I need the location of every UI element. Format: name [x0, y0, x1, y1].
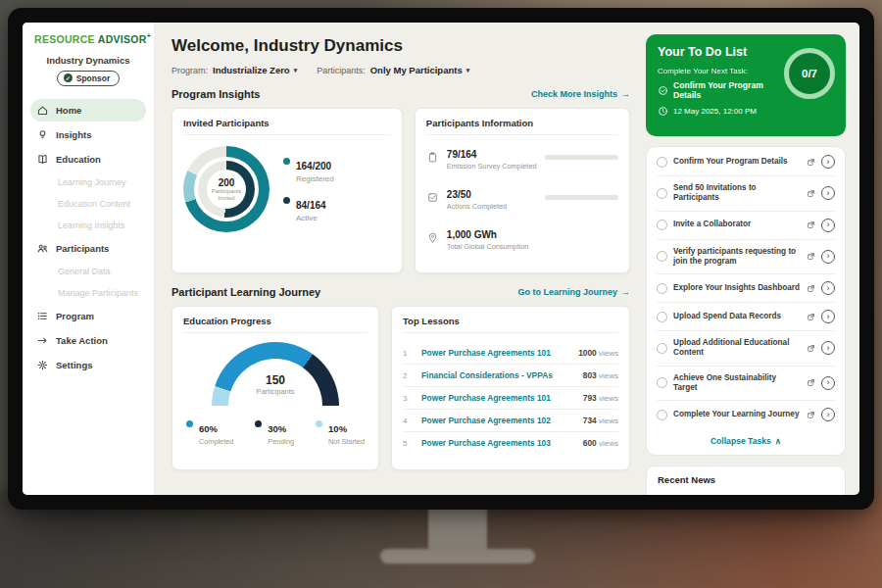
todo-due-label: 12 May 2025, 12:00 PM: [673, 107, 757, 116]
sidebar-item-insights[interactable]: Insights: [30, 123, 146, 146]
card-title: Participants Information: [426, 118, 618, 135]
task-checkbox[interactable]: [657, 283, 667, 294]
logo-secondary: ADVISOR: [98, 33, 147, 45]
sponsor-badge-icon: ✓: [64, 74, 73, 82]
task-checkbox[interactable]: [657, 377, 667, 388]
card-title: Invited Participants: [183, 118, 391, 135]
task-checkbox[interactable]: [657, 410, 667, 420]
sidebar: RESOURCE ADVISOR+ Industry Dynamics ✓ Sp…: [23, 23, 154, 495]
lesson-link[interactable]: Financial Considerations - VPPAs: [421, 370, 577, 380]
legend-label: Completed: [199, 437, 233, 446]
go-to-learning-journey-link[interactable]: Go to Learning Journey →: [517, 287, 630, 297]
task-label: Send 50 Invitations to Participants: [673, 183, 801, 204]
lesson-link[interactable]: Power Purchase Agreements 102: [421, 416, 577, 425]
participants-information-card: Participants Information 79/164 Emission…: [415, 108, 630, 273]
education-progress-card: Education Progress 150 Participants: [172, 306, 379, 470]
lesson-views: 600: [583, 438, 597, 448]
task-open-button[interactable]: ›: [821, 186, 835, 200]
clipboard-icon: [426, 151, 439, 164]
sponsor-badge-label: Sponsor: [76, 74, 110, 83]
participants-filter-select[interactable]: Only My Participants ▾: [370, 65, 470, 75]
sidebar-item-learning-journey[interactable]: Learning Journey: [30, 172, 146, 192]
legend-value: 10%: [328, 423, 347, 434]
gauge-center: 150 Participants: [212, 373, 339, 396]
collapse-tasks-link[interactable]: Collapse Tasks ∧: [657, 428, 835, 454]
task-label: Upload Spend Data Records: [673, 312, 801, 321]
sidebar-item-label: General Data: [58, 267, 111, 276]
task-checkbox[interactable]: [657, 220, 667, 230]
sidebar-item-home[interactable]: Home: [30, 99, 146, 122]
legend-item: 60% Completed: [186, 418, 233, 446]
task-row: Verify participants requesting to join t…: [657, 240, 835, 275]
sidebar-item-label: Manage Participants: [58, 288, 138, 298]
legend-item: 10% Not Started: [316, 418, 365, 446]
collapse-label: Collapse Tasks: [710, 436, 771, 446]
lesson-row: 1 Power Purchase Agreements 101 1000 vie…: [403, 342, 618, 365]
organization-name: Industry Dynamics: [23, 55, 154, 66]
task-open-button[interactable]: ›: [821, 250, 835, 264]
external-link-icon: [807, 189, 815, 198]
task-checkbox[interactable]: [657, 188, 667, 199]
lesson-rank: 2: [403, 371, 416, 380]
task-checkbox[interactable]: [657, 251, 667, 262]
task-checkbox[interactable]: [657, 343, 667, 354]
stat-row: 79/164 Emission Survey Completed: [426, 144, 618, 172]
task-open-button[interactable]: ›: [821, 155, 835, 169]
invited-donut-body: 200 Participants Invited 164/200 Registe…: [183, 144, 391, 236]
sidebar-item-learning-insights[interactable]: Learning Insights: [30, 216, 146, 235]
lesson-row: 4 Power Purchase Agreements 102 734 view…: [403, 410, 618, 432]
sidebar-item-label: Take Action: [56, 335, 108, 346]
task-label: Confirm Your Program Details: [673, 157, 801, 167]
task-row: Upload Additional Educational Content ›: [657, 331, 835, 367]
todo-progress-value: 0/7: [802, 68, 817, 79]
sidebar-item-education[interactable]: Education: [30, 148, 146, 171]
task-open-button[interactable]: ›: [821, 310, 835, 323]
sidebar-item-participants[interactable]: Participants: [30, 237, 146, 260]
todo-due-date: 12 May 2025, 12:00 PM: [658, 106, 834, 117]
invited-participants-card: Invited Participants 200 Participants In…: [172, 108, 403, 273]
task-label: Verify participants requesting to join t…: [673, 247, 801, 268]
task-label: Achieve One Sustainability Target: [673, 373, 801, 394]
task-open-button[interactable]: ›: [821, 341, 835, 355]
program-filter-select[interactable]: Industrialize Zero ▾: [213, 65, 297, 75]
arrow-right-icon: →: [621, 89, 630, 99]
card-title: Education Progress: [183, 316, 368, 333]
task-open-button[interactable]: ›: [821, 219, 835, 232]
filter-bar: Program: Industrialize Zero ▾ Participan…: [172, 65, 630, 75]
sidebar-item-label: Participants: [56, 243, 109, 254]
take-action-icon: [36, 334, 49, 347]
task-open-button[interactable]: ›: [821, 376, 835, 390]
legend-item: 84/164 Active: [283, 195, 334, 222]
education-legend: 60% Completed 30% Pending 10%: [183, 418, 368, 446]
legend-value: 30%: [268, 423, 286, 434]
sidebar-item-label: Learning Insights: [58, 220, 125, 230]
check-more-insights-link[interactable]: Check More Insights →: [531, 89, 630, 99]
task-open-button[interactable]: ›: [821, 408, 835, 421]
sidebar-item-program[interactable]: Program: [30, 305, 146, 327]
lesson-row: 3 Power Purchase Agreements 101 793 view…: [403, 387, 618, 410]
task-checkbox[interactable]: [657, 312, 667, 322]
stat-row: 23/50 Actions Completed: [426, 184, 618, 212]
stat-value: 1,000 GWh: [447, 229, 497, 240]
sidebar-item-general-data[interactable]: General Data: [30, 262, 146, 281]
task-checkbox[interactable]: [657, 157, 667, 168]
lesson-link[interactable]: Power Purchase Agreements 103: [421, 438, 577, 448]
home-icon: [36, 104, 49, 117]
lesson-link[interactable]: Power Purchase Agreements 101: [421, 393, 577, 403]
stat-label: Emission Survey Completed: [447, 163, 537, 172]
sidebar-item-settings[interactable]: Settings: [30, 354, 146, 376]
sidebar-item-education-content[interactable]: Education Content: [30, 194, 146, 214]
legend-label: Registered: [296, 174, 334, 183]
sidebar-item-manage-participants[interactable]: Manage Participants: [30, 283, 146, 303]
sidebar-item-take-action[interactable]: Take Action: [30, 329, 146, 352]
external-link-icon: [807, 220, 815, 229]
sidebar-item-label: Education Content: [58, 199, 130, 209]
lesson-link[interactable]: Power Purchase Agreements 101: [421, 348, 572, 358]
participants-filter-label: Participants:: [317, 66, 366, 75]
task-open-button[interactable]: ›: [821, 281, 835, 295]
link-label: Go to Learning Journey: [517, 287, 617, 297]
task-row: Send 50 Invitations to Participants ›: [657, 176, 835, 212]
arrow-right-icon: →: [621, 287, 630, 297]
section-title: Program Insights: [172, 88, 260, 100]
photo-scene: RESOURCE ADVISOR+ Industry Dynamics ✓ Sp…: [0, 0, 882, 588]
